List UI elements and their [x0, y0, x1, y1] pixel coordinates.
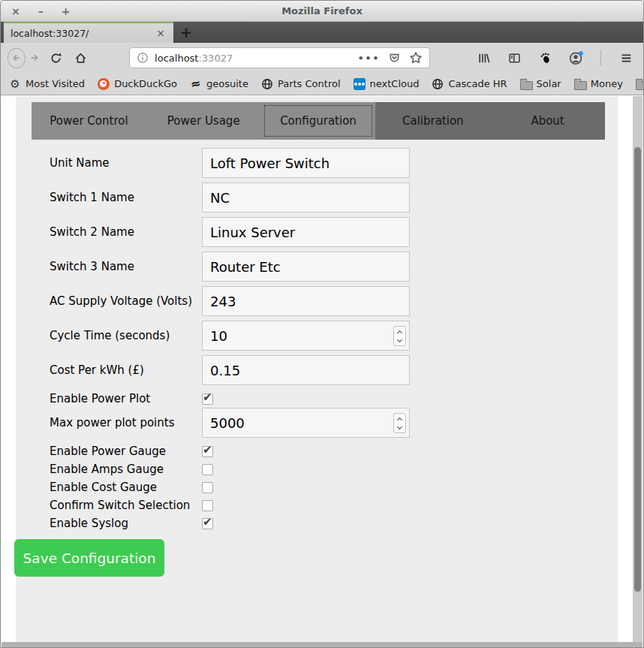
folder-icon [574, 78, 586, 90]
bookmark-item-most-visited[interactable]: Most Visited [9, 78, 85, 90]
field-label: Enable Power Plot [50, 392, 202, 405]
form-row: Cost Per kWh (£)0.15 [50, 355, 618, 385]
bookmark-item-cascade-hr[interactable]: Cascade HR [432, 78, 507, 90]
page-tab-bar: Power ControlPower UsageConfigurationCal… [32, 102, 605, 140]
page-actions-button[interactable]: ••• [358, 53, 380, 64]
field-label: Enable Amps Gauge [50, 463, 202, 476]
sidebar-button[interactable] [504, 47, 525, 68]
form-row: Enable Amps Gauge [50, 460, 618, 478]
reload-button[interactable] [47, 47, 65, 68]
cycle-time-seconds-input[interactable]: 10 [202, 321, 410, 351]
bookmark-item-programming[interactable]: Programming [636, 78, 644, 90]
gear-icon [9, 78, 21, 90]
tab-power-usage[interactable]: Power Usage [146, 102, 261, 140]
cost-per-kwh-input[interactable]: 0.15 [202, 355, 410, 385]
globe-icon [261, 78, 273, 90]
bookmark-item-nextcloud[interactable]: nextCloud [354, 78, 420, 90]
enable-power-plot-checkbox[interactable] [202, 393, 213, 405]
tab-close-icon[interactable]: × [155, 27, 167, 39]
switch-2-name-input[interactable]: Linux Server [202, 217, 410, 247]
field-label: Switch 2 Name [50, 225, 202, 239]
spinner-up-icon[interactable] [397, 417, 402, 422]
unit-name-input[interactable]: Loft Power Switch [202, 148, 410, 178]
max-power-plot-points-input[interactable]: 5000 [202, 408, 410, 438]
bookmark-star-icon[interactable] [409, 51, 423, 65]
field-label: AC Supply Voltage (Volts) [50, 294, 202, 308]
field-value: Loft Power Switch [210, 155, 330, 171]
account-button[interactable] [565, 47, 586, 68]
home-button[interactable] [71, 47, 90, 68]
bookmark-item-geosuite[interactable]: geosuite [190, 78, 248, 90]
gnome-foot-icon [539, 52, 552, 65]
new-tab-button[interactable]: + [173, 22, 199, 43]
nav-toolbar: localhost:33027 ••• [1, 43, 643, 73]
bookmark-item-parts-control[interactable]: Parts Control [261, 78, 341, 90]
browser-tab[interactable]: localhost:33027/ × [4, 22, 173, 43]
tab-about[interactable]: About [490, 102, 605, 140]
gnome-extension-button[interactable] [534, 47, 555, 68]
bookmarks-bar: Most VisitedDuckDuckGogeosuiteParts Cont… [1, 73, 643, 95]
window-title: Mozilla Firefox [1, 5, 643, 17]
form-row: Enable Syslog [50, 514, 618, 532]
spinner-up-icon[interactable] [397, 330, 402, 335]
bookmark-label: Cascade HR [448, 78, 507, 89]
tab-calibration[interactable]: Calibration [375, 102, 490, 140]
enable-cost-gauge-checkbox[interactable] [202, 482, 213, 493]
sidebar-icon [508, 52, 521, 65]
toolbar-separator [600, 50, 601, 66]
field-value: 5000 [210, 415, 245, 431]
url-bar[interactable]: localhost:33027 ••• [129, 47, 430, 68]
switch-1-name-input[interactable]: NC [202, 182, 410, 212]
tab-power-control[interactable]: Power Control [32, 102, 146, 140]
field-value: 10 [210, 328, 227, 344]
bookmark-item-duckduckgo[interactable]: DuckDuckGo [98, 78, 177, 90]
confirm-switch-selection-checkbox[interactable] [202, 500, 213, 511]
back-button[interactable] [8, 48, 26, 68]
field-label: Enable Syslog [50, 517, 202, 530]
tab-configuration[interactable]: Configuration [261, 102, 376, 140]
form-row: Cycle Time (seconds)10 [50, 321, 618, 351]
browser-tab-strip: localhost:33027/ × + [1, 22, 643, 43]
field-value: 243 [210, 294, 236, 309]
url-port: :33027 [198, 53, 233, 64]
field-label: Cost Per kWh (£) [50, 363, 202, 377]
field-label: Unit Name [50, 156, 202, 170]
form-row: Confirm Switch Selection [50, 496, 618, 514]
form-row: Enable Power Plot [50, 390, 618, 408]
field-value: Router Etc [210, 259, 281, 275]
hamburger-icon [620, 52, 633, 65]
library-icon [477, 52, 490, 65]
account-icon [569, 51, 583, 65]
switch-3-name-input[interactable]: Router Etc [202, 252, 410, 282]
menu-button[interactable] [615, 47, 636, 68]
form-row: Switch 2 NameLinux Server [50, 217, 618, 247]
cycle-time-seconds-spinner[interactable] [393, 326, 406, 346]
form-row: Enable Power Gauge [50, 442, 618, 460]
browser-tab-title: localhost:33027/ [11, 28, 155, 39]
ac-supply-voltage-volts-input[interactable]: 243 [202, 286, 410, 316]
enable-amps-gauge-checkbox[interactable] [202, 464, 213, 475]
max-power-plot-points-spinner[interactable] [393, 413, 406, 433]
configuration-form: Unit NameLoft Power SwitchSwitch 1 NameN… [50, 148, 618, 532]
forward-button[interactable] [26, 47, 44, 68]
spinner-down-icon[interactable] [397, 336, 402, 342]
scrollbar-thumb[interactable] [634, 147, 641, 592]
content-panel: Power ControlPower UsageConfigurationCal… [16, 96, 618, 642]
site-info-icon[interactable] [137, 52, 149, 64]
firefox-window: × – + Mozilla Firefox localhost:33027/ ×… [0, 0, 644, 648]
spinner-down-icon[interactable] [397, 423, 402, 429]
library-button[interactable] [473, 47, 494, 68]
enable-power-gauge-checkbox[interactable] [202, 446, 213, 457]
bookmark-label: geosuite [206, 78, 248, 89]
enable-syslog-checkbox[interactable] [202, 518, 213, 529]
form-row: AC Supply Voltage (Volts)243 [50, 286, 618, 316]
bookmark-item-solar[interactable]: Solar [520, 78, 561, 90]
field-label: Enable Power Gauge [50, 445, 202, 458]
bookmark-item-money[interactable]: Money [574, 78, 623, 90]
folder-icon [636, 78, 644, 90]
url-host: localhost [155, 53, 198, 64]
nextcloud-icon [354, 78, 366, 90]
save-configuration-button[interactable]: Save Configuration [14, 539, 164, 577]
pocket-icon[interactable] [388, 52, 401, 65]
scrollbar-track[interactable] [633, 96, 642, 642]
